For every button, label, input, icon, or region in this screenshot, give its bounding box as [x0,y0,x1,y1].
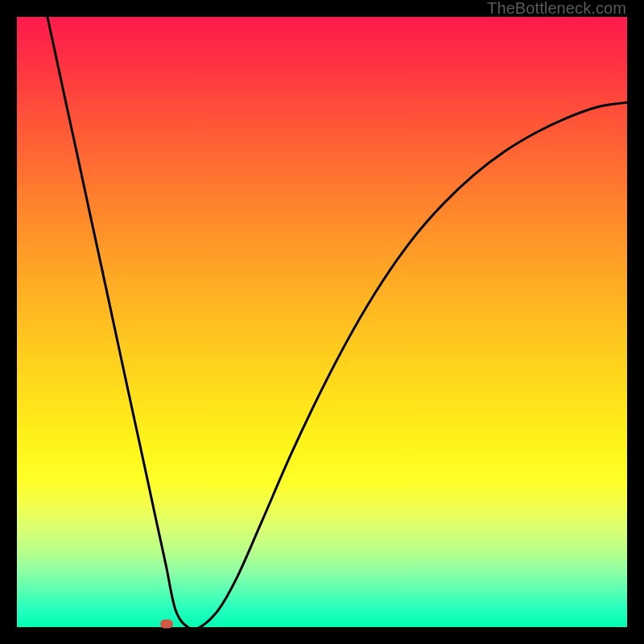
chart-marker-dot [160,620,173,629]
chart-background-gradient [17,17,627,627]
watermark-text: TheBottleneck.com [487,0,626,18]
chart-frame [17,17,627,627]
